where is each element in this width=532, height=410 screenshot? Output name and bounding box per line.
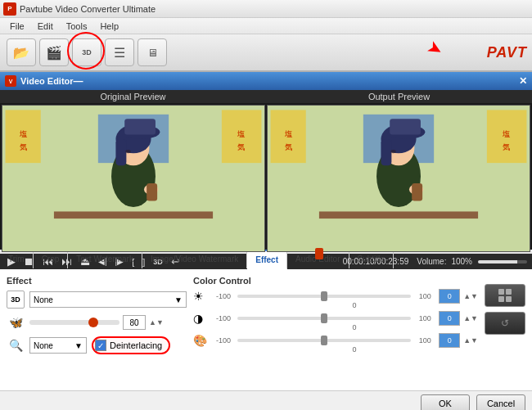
effect-panel-title: Effect [7,276,187,286]
app-icon: P [3,2,16,16]
ok-button[interactable]: OK [421,394,470,411]
arrow-indicator: ➤ [423,35,447,61]
svg-rect-40 [498,296,504,302]
deinterlacing-checkbox[interactable] [95,340,106,351]
butterfly-icon: 🦋 [7,313,25,331]
tab-effect[interactable]: Effect [247,250,287,269]
svg-text:気: 気 [285,143,292,151]
title-bar: P Pavtube Video Converter Ultimate [0,0,532,18]
tab-subtitle[interactable]: Subtitle [349,250,394,268]
contrast-slider[interactable] [237,317,411,320]
3d-button-wrapper: 3D [72,38,101,66]
grid-button[interactable] [485,284,525,307]
menu-bar: File Edit Tools Help [0,18,532,34]
tab-crop[interactable]: Crop [34,250,69,268]
menu-edit[interactable]: Edit [31,20,60,33]
brightness-min: -100 [213,292,234,300]
contrast-min: -100 [213,314,234,322]
color-control-panel: Color Control ☀ -100 100 0 ▲▼ 0 ◑ -100 1… [193,276,478,384]
original-video-content: 塩 気 塩 気 [2,106,264,251]
svg-rect-9 [54,211,213,219]
brightness-icon: ☀ [193,290,210,303]
contrast-mid-label: 0 [231,323,478,331]
brightness-mid-label: 0 [231,301,478,309]
brightness-max: 100 [414,292,435,300]
3d-effect-dropdown[interactable]: None ▼ [29,291,187,308]
minimize-button[interactable]: — [74,75,83,87]
deinterlacing-label: Deinterlacing [110,340,162,350]
original-preview-frame: 塩 気 塩 気 [2,105,265,252]
video-editor-title: Video Editor [20,76,74,86]
toolbar: 📂 🎬 3D ☰ 🖥 ➤ PAVT [0,34,532,72]
output-preview-label: Output Preview [266,92,532,101]
svg-rect-39 [506,289,512,295]
3d-button[interactable]: 3D [72,38,101,66]
svg-text:気: 気 [237,143,245,151]
deinterlacing-option: Deinterlacing [92,336,170,354]
saturation-min: -100 [213,336,234,345]
deinterlace-dropdown[interactable]: None ▼ [29,337,87,354]
menu-tools[interactable]: Tools [60,20,94,33]
saturation-max: 100 [414,336,435,345]
svg-rect-32 [381,139,391,165]
svg-rect-28 [319,211,478,219]
output-preview-frame: 塩 気 塩 気 [267,105,530,252]
3d-effect-row: 3D None ▼ [7,291,187,309]
deinterlacing-row: 🔍 None ▼ Deinterlacing [7,336,187,354]
contrast-icon: ◑ [193,312,210,325]
svg-rect-41 [506,296,512,302]
main-content: Effect 3D None ▼ 🦋 80 ▲▼ 🔍 None [0,269,532,390]
output-video-content: 塩 気 塩 気 [268,106,530,251]
svg-rect-15 [124,119,156,134]
brand-logo: PAVT [487,44,527,61]
contrast-max: 100 [414,314,435,322]
3d-effect-icon: 3D [7,291,25,309]
volume-label: Volume: [417,257,446,266]
bottom-bar: OK Cancel [0,390,532,410]
video-editor-icon: V [5,75,16,87]
sharpness-row: 🦋 80 ▲▼ [7,313,187,331]
svg-text:塩: 塩 [237,130,246,138]
svg-text:塩: 塩 [284,130,293,138]
svg-rect-37 [412,183,422,201]
sharpness-slider-row: 80 ▲▼ [29,315,164,330]
right-button-panel: ↺ [485,276,525,384]
brightness-slider[interactable] [237,295,411,298]
svg-point-35 [390,150,395,153]
video-editor-header: V Video Editor — ✕ [0,72,532,90]
deinterlace-icon: 🔍 [7,336,25,354]
title-text: Pavtube Video Converter Ultimate [20,4,156,14]
svg-rect-18 [147,183,157,201]
volume-pct: 100% [451,257,472,266]
volume-slider[interactable] [478,260,527,264]
sharpness-value: 80 [123,315,146,330]
svg-rect-13 [115,139,126,165]
preview-button[interactable]: 🖥 [138,38,167,66]
preview-section: Original Preview Output Preview 塩 気 塩 [0,90,532,250]
saturation-icon: 🎨 [193,334,210,347]
preview-images: 塩 気 塩 気 [0,103,532,254]
svg-rect-34 [390,119,421,134]
open-folder-button[interactable]: 📂 [7,38,36,66]
saturation-mid-label: 0 [231,345,478,354]
convert-button[interactable]: 🎬 [39,38,69,66]
list-button[interactable]: ☰ [105,38,134,66]
svg-text:塩: 塩 [502,130,511,138]
close-button[interactable]: ✕ [519,75,527,87]
reset-button[interactable]: ↺ [485,312,525,335]
effect-panel: Effect 3D None ▼ 🦋 80 ▲▼ 🔍 None [7,276,187,384]
tab-image-watermark[interactable]: Image/Video Watermark [142,250,247,268]
original-preview-label: Original Preview [0,92,266,101]
preview-labels: Original Preview Output Preview [0,90,532,103]
menu-file[interactable]: File [3,20,31,33]
cancel-button[interactable]: Cancel [476,394,525,411]
svg-rect-38 [498,289,504,295]
saturation-slider[interactable] [237,339,411,342]
tab-trim[interactable]: Trim [0,250,34,268]
svg-text:気: 気 [20,143,27,151]
menu-help[interactable]: Help [93,20,125,33]
svg-point-16 [125,150,130,153]
sharpness-slider[interactable] [29,320,119,325]
tab-text-watermark[interactable]: Text Watermark [68,250,142,268]
svg-text:塩: 塩 [19,130,28,138]
